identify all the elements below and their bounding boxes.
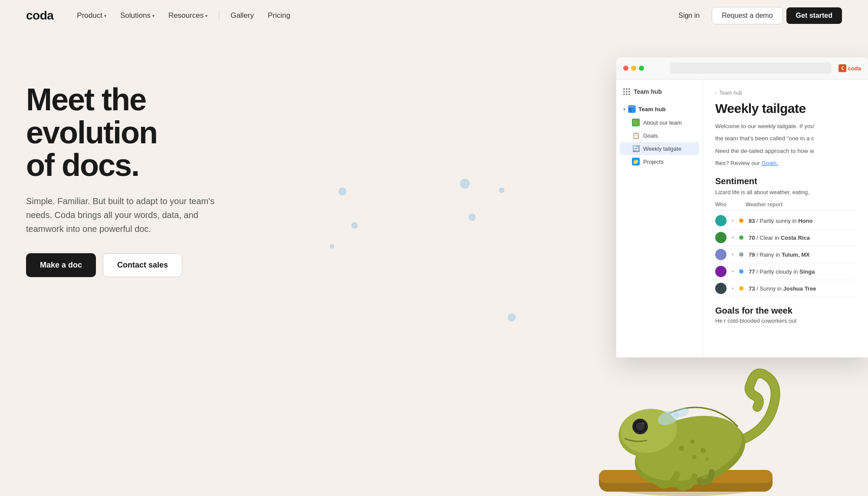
svg-point-13	[690, 440, 694, 444]
avatar	[715, 249, 727, 260]
make-doc-button[interactable]: Make a doc	[26, 253, 96, 277]
hero-subtitle: Simple. Familiar. But built to adapt to …	[26, 194, 234, 236]
page-desc-1: Welcome to our weekly tailgate. If you'	[715, 122, 856, 131]
window-controls	[623, 66, 644, 71]
svg-point-17	[656, 408, 681, 427]
sidebar-chevron-icon: ▾	[623, 107, 625, 112]
hero-content: Meet the evolution of docs. Simple. Fami…	[26, 57, 260, 277]
nav-right: Sign in Request a demo Get started	[670, 7, 842, 24]
signin-button[interactable]: Sign in	[670, 7, 708, 24]
table-row: ▾ 83 / Partly sunny in Hono	[715, 212, 856, 229]
svg-rect-2	[599, 470, 773, 492]
col-weather: Weather report	[746, 202, 856, 208]
page-desc-3: Need the de-tailed approach to how w	[715, 147, 856, 155]
weather-dot	[739, 269, 743, 274]
water-drop-5	[469, 214, 476, 221]
avatar	[715, 232, 727, 243]
nav-divider	[219, 10, 219, 21]
sidebar-header: Team hub	[616, 85, 703, 99]
window-minimize-button[interactable]	[631, 66, 636, 71]
get-started-button[interactable]: Get started	[786, 7, 842, 24]
page-title: Weekly tailgate	[715, 101, 856, 116]
window-titlebar: coda	[616, 57, 868, 79]
breadcrumb-text: Team hub	[719, 90, 742, 96]
svg-point-7	[617, 404, 680, 457]
table-row: ▾ 79 / Rainy in Tulum, MX	[715, 246, 856, 263]
goals-link[interactable]: Goals.	[762, 160, 779, 166]
svg-point-5	[629, 405, 750, 492]
window-close-button[interactable]	[623, 66, 628, 71]
nav-resources[interactable]: Resources ▾	[162, 8, 214, 23]
weekly-tailgate-label: Weekly tailgate	[643, 145, 681, 152]
nav-links: Product ▾ Solutions ▾ Resources ▾ Galler…	[71, 8, 670, 23]
weather-text: 79 / Rainy in Tulum, MX	[749, 251, 810, 258]
nav-product[interactable]: Product ▾	[71, 8, 112, 23]
request-demo-button[interactable]: Request a demo	[712, 7, 783, 24]
goals-section-desc: He r cold-blooded coworkers out	[715, 317, 856, 324]
hero-section: Meet the evolution of docs. Simple. Fami…	[0, 31, 868, 496]
sidebar: Team hub ▾ 👥 Team hub 🟩 About our team	[616, 79, 703, 357]
window-maximize-button[interactable]	[639, 66, 644, 71]
col-who: Who	[715, 202, 737, 208]
grid-icon	[623, 88, 630, 95]
about-team-icon: 🟩	[632, 119, 640, 126]
goals-label: Goals	[643, 132, 658, 139]
weather-table: ▾ 83 / Partly sunny in Hono ▾ 70 / Clear…	[715, 212, 856, 297]
sidebar-item-projects[interactable]: 📁 Projects	[616, 155, 703, 168]
svg-point-14	[700, 448, 706, 453]
svg-point-4	[627, 407, 753, 496]
weather-dot	[739, 218, 743, 223]
weather-text: 73 / Sunny in Joshua Tree	[749, 285, 816, 292]
svg-point-16	[706, 457, 709, 461]
avatar	[715, 266, 727, 277]
row-chevron-icon: ▾	[732, 286, 734, 291]
avatar	[715, 215, 727, 226]
svg-rect-3	[599, 470, 773, 483]
coda-brand-icon	[838, 64, 846, 72]
svg-point-12	[679, 446, 684, 451]
contact-sales-button[interactable]: Contact sales	[103, 253, 182, 277]
svg-point-1	[599, 470, 773, 496]
table-header: Who Weather report	[715, 202, 856, 211]
app-mockup: coda Team hub	[616, 57, 868, 357]
weather-dot	[739, 252, 743, 257]
projects-icon: 📁	[632, 158, 640, 165]
row-chevron-icon: ▾	[732, 235, 734, 240]
row-chevron-icon: ▾	[732, 218, 734, 223]
brand-logo[interactable]: coda	[26, 9, 53, 23]
weather-dot	[739, 235, 743, 240]
weather-dot	[739, 286, 743, 291]
nav-gallery[interactable]: Gallery	[224, 8, 260, 23]
water-drop-1	[339, 188, 346, 195]
sidebar-item-team-hub[interactable]: ▾ 👥 Team hub	[616, 102, 703, 116]
weekly-tailgate-icon: 🔄	[632, 145, 640, 152]
sentiment-title: Sentiment	[715, 176, 856, 186]
sentiment-section: Sentiment Lizard life is all about weath…	[715, 176, 856, 297]
goals-section: Goals for the week He r cold-blooded cow…	[715, 306, 856, 324]
svg-point-18	[673, 407, 690, 419]
water-drop-7	[508, 314, 516, 321]
sidebar-item-weekly-tailgate[interactable]: 🔄 Weekly tailgate	[620, 142, 699, 155]
row-chevron-icon: ▾	[732, 252, 734, 257]
page-desc-4: flies? Review our Goals.	[715, 159, 856, 168]
nav-pricing[interactable]: Pricing	[262, 8, 296, 23]
table-row: ▾ 77 / Partly cloudy in Singa	[715, 263, 856, 280]
sidebar-item-about-team[interactable]: 🟩 About our team	[616, 116, 703, 129]
svg-point-11	[636, 422, 644, 431]
sidebar-header-label: Team hub	[634, 88, 662, 95]
nav-solutions[interactable]: Solutions ▾	[114, 8, 161, 23]
team-hub-label: Team hub	[638, 106, 666, 112]
page-desc-2: the team that's been called "one in a c	[715, 134, 856, 143]
resources-chevron-icon: ▾	[205, 13, 207, 18]
water-drop-3	[330, 244, 334, 248]
main-content: ‹ Team hub Weekly tailgate Welcome to ou…	[703, 79, 868, 357]
product-chevron-icon: ▾	[104, 13, 106, 18]
svg-point-9	[634, 420, 646, 433]
svg-rect-0	[838, 64, 846, 72]
avatar	[715, 283, 727, 294]
sidebar-item-goals[interactable]: 📋 Goals	[616, 129, 703, 142]
hero-title: Meet the evolution of docs.	[26, 83, 260, 182]
window-addressbar[interactable]	[670, 63, 832, 74]
app-window: coda Team hub	[616, 57, 868, 357]
water-drop-6	[499, 188, 504, 193]
